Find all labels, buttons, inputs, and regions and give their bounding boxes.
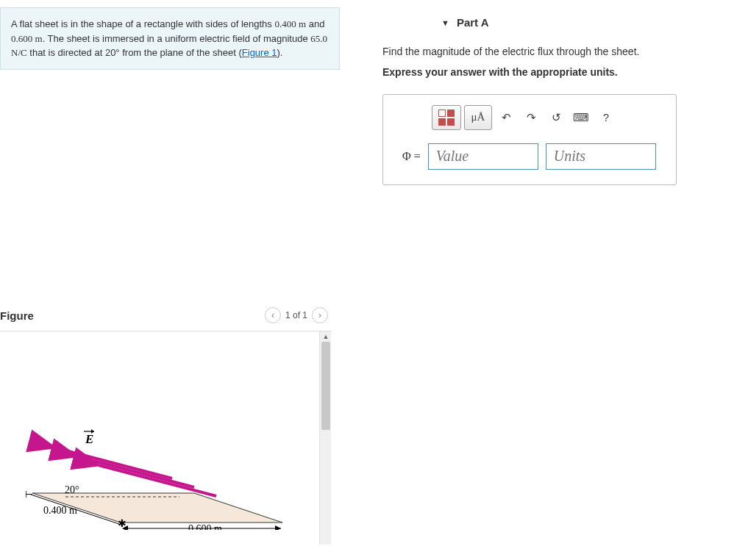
figure-panel: Figure ‹ 1 of 1 › (0, 301, 331, 545)
svg-text:⊢: ⊢ (25, 489, 32, 500)
keyboard-button[interactable]: ⌨ (570, 105, 592, 130)
template-button[interactable] (432, 105, 461, 130)
svg-marker-10 (275, 525, 281, 530)
problem-statement: A flat sheet is in the shape of a rectan… (0, 7, 340, 70)
collapse-caret-icon: ▼ (441, 18, 449, 27)
e-vector-label: E (85, 432, 93, 446)
phi-symbol: Φ = (402, 150, 421, 163)
svg-line-5 (99, 465, 216, 496)
keyboard-icon: ⌨ (573, 111, 589, 124)
svg-text:✱: ✱ (118, 517, 127, 529)
part-title: Part A (457, 16, 489, 29)
figure-next-button[interactable]: › (312, 307, 328, 323)
figure-scrollbar[interactable]: ▲ (319, 331, 331, 545)
figure-title: Figure (0, 309, 34, 322)
side-b-label: 0.600 m (188, 523, 222, 530)
help-button[interactable]: ? (595, 105, 617, 130)
problem-text: A flat sheet is in the shape of a rectan… (11, 18, 274, 29)
undo-icon: ↶ (502, 111, 511, 124)
angle-label: 20° (65, 484, 79, 495)
reset-button[interactable]: ↺ (545, 105, 567, 130)
length-1: 0.400 m (274, 18, 306, 29)
part-hint: Express your answer with the appropriate… (382, 64, 735, 80)
figure-prev-button[interactable]: ‹ (265, 307, 281, 323)
scroll-up-icon[interactable]: ▲ (320, 331, 331, 342)
undo-button[interactable]: ↶ (495, 105, 517, 130)
units-button[interactable]: μÅ (464, 105, 492, 130)
figure-counter: 1 of 1 (285, 310, 307, 320)
units-input[interactable] (546, 143, 656, 170)
reset-icon: ↺ (552, 111, 561, 124)
answer-area: μÅ ↶ ↷ ↺ ⌨ ? Φ = (382, 94, 677, 185)
template-icon (438, 110, 455, 126)
svg-line-4 (76, 456, 194, 487)
angle-value: 20° (105, 47, 120, 58)
redo-icon: ↷ (527, 111, 536, 124)
help-icon: ? (603, 111, 609, 123)
figure-link[interactable]: Figure 1 (242, 47, 277, 58)
side-a-label: 0.400 m (43, 505, 77, 516)
redo-button[interactable]: ↷ (520, 105, 542, 130)
part-header[interactable]: ▼ Part A (382, 0, 735, 43)
svg-line-3 (54, 448, 172, 478)
scroll-thumb[interactable] (321, 342, 330, 430)
length-2: 0.600 m (11, 33, 43, 44)
value-input[interactable] (428, 143, 538, 170)
part-instruction: Find the magnitude of the electric flux … (382, 43, 735, 60)
figure-diagram: E 20° 0.400 m ✱ 0.600 m ⊢ (3, 383, 297, 530)
answer-toolbar: μÅ ↶ ↷ ↺ ⌨ ? (395, 105, 664, 130)
